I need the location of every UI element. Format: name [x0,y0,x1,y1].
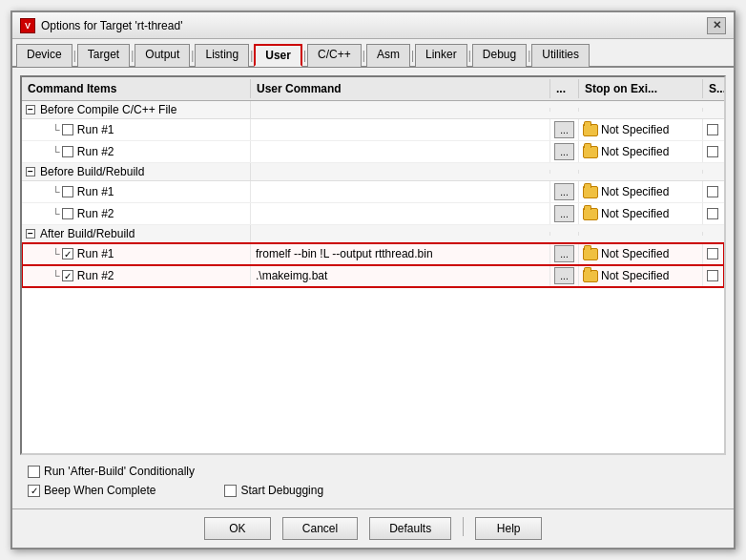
item-cell-label: └ Run #1 [22,181,251,202]
item-cell-command[interactable] [251,141,550,162]
ellipsis-button[interactable]: ... [554,205,574,222]
table-row: └ Run #2 ... Not Specified [22,265,724,287]
run-after-build-checkbox[interactable] [28,466,40,478]
command-input[interactable] [255,122,546,137]
item-cell-not-specified: Not Specified [579,119,703,140]
item-cell-not-specified: Not Specified [579,243,703,264]
run-checkbox[interactable] [62,208,73,219]
stop-checkbox[interactable] [707,248,718,259]
close-button[interactable]: ✕ [707,17,726,34]
table-row: └ Run #1 ... Not Specified [22,181,724,203]
folder-icon[interactable] [583,208,598,220]
item-cell-stop [703,203,724,224]
ellipsis-button[interactable]: ... [554,267,574,284]
folder-icon[interactable] [583,146,598,158]
dialog-title: Options for Target 'rt-thread' [41,19,182,32]
title-bar-left: V Options for Target 'rt-thread' [20,18,182,33]
table-body: − Before Compile C/C++ File └ Run #1 [22,101,724,452]
start-debugging-checkbox[interactable] [224,485,237,497]
beep-when-complete-checkbox[interactable] [28,485,40,497]
item-cell-stop [703,265,724,286]
group-label-before-compile: − Before Compile C/C++ File [22,101,251,118]
item-cell-command[interactable] [251,265,550,286]
expand-icon-before-build[interactable]: − [26,167,35,176]
item-cell-stop [703,119,724,140]
group-label-before-build: − Before Build/Rebuild [22,163,251,180]
table-row: └ Run #1 ... Not Specified [22,119,724,141]
item-cell-not-specified: Not Specified [579,141,703,162]
ellipsis-button[interactable]: ... [554,183,574,200]
stop-checkbox[interactable] [707,146,718,157]
group-label-after-build: − After Build/Rebuild [22,225,251,242]
folder-icon[interactable] [583,248,598,260]
app-icon: V [20,18,35,33]
run-after-build-label[interactable]: Run 'After-Build' Conditionally [28,465,195,478]
item-cell-label: └ Run #2 [22,265,251,286]
tab-output[interactable]: Output [135,44,190,67]
dialog: V Options for Target 'rt-thread' ✕ Devic… [10,10,736,550]
tab-device[interactable]: Device [16,44,73,67]
defaults-button[interactable]: Defaults [369,517,451,540]
table-row: └ Run #2 ... Not Specified [22,203,724,225]
run-checkbox[interactable] [62,270,73,281]
cancel-button[interactable]: Cancel [282,517,358,540]
tab-user[interactable]: User [254,44,302,67]
tab-debug[interactable]: Debug [472,44,527,67]
folder-icon[interactable] [583,270,598,282]
item-cell-not-specified: Not Specified [579,181,703,202]
item-cell-command[interactable] [251,181,550,202]
item-cell-ellipsis: ... [550,265,579,286]
command-input[interactable] [255,184,546,199]
main-content: Command Items User Command ... Stop on E… [12,68,734,508]
item-cell-command[interactable] [251,119,550,140]
tab-cpp[interactable]: C/C++ [307,44,362,67]
item-cell-stop [703,181,724,202]
expand-icon-after-build[interactable]: − [26,229,35,239]
item-cell-stop [703,141,724,162]
col-header-s: S... [703,79,724,98]
ok-button[interactable]: OK [204,517,271,540]
run-checkbox[interactable] [62,146,73,157]
help-button[interactable]: Help [475,517,542,540]
ellipsis-button[interactable]: ... [554,121,574,138]
run-checkbox[interactable] [62,248,73,259]
ellipsis-button[interactable]: ... [554,143,574,160]
button-bar: OK Cancel Defaults Help [12,508,734,548]
command-input[interactable] [255,206,546,221]
tab-linker[interactable]: Linker [415,44,467,67]
button-divider [463,517,464,536]
tab-utilities[interactable]: Utilities [531,44,590,67]
run-checkbox[interactable] [62,186,73,197]
item-cell-label: └ Run #1 [22,243,251,264]
tab-listing[interactable]: Listing [195,44,249,67]
stop-checkbox[interactable] [707,208,718,219]
item-cell-ellipsis: ... [550,203,579,224]
group-after-build: − After Build/Rebuild [22,225,724,243]
expand-icon-before-compile[interactable]: − [26,105,35,114]
command-input[interactable] [255,246,546,261]
start-debugging-label[interactable]: Start Debugging [224,484,323,497]
command-input[interactable] [255,268,546,283]
stop-checkbox[interactable] [707,270,718,281]
item-cell-label: └ Run #2 [22,203,251,224]
bottom-options: Run 'After-Build' Conditionally Beep Whe… [20,461,726,501]
stop-checkbox[interactable] [707,186,718,197]
command-input[interactable] [255,144,546,159]
col-header-ellipsis: ... [550,79,579,98]
option-row-run-after-build: Run 'After-Build' Conditionally [28,465,718,478]
folder-icon[interactable] [583,186,598,198]
stop-checkbox[interactable] [707,124,718,135]
item-cell-command[interactable] [251,243,550,264]
tab-asm[interactable]: Asm [366,44,410,67]
folder-icon[interactable] [583,124,598,136]
tab-target[interactable]: Target [77,44,130,67]
item-cell-command[interactable] [251,203,550,224]
ellipsis-button[interactable]: ... [554,245,574,262]
item-cell-not-specified: Not Specified [579,265,703,286]
item-cell-label: └ Run #2 [22,141,251,162]
command-table: Command Items User Command ... Stop on E… [20,75,726,455]
beep-when-complete-label[interactable]: Beep When Complete [28,484,155,497]
item-cell-ellipsis: ... [550,141,579,162]
run-checkbox[interactable] [62,124,73,135]
title-bar: V Options for Target 'rt-thread' ✕ [12,12,734,39]
